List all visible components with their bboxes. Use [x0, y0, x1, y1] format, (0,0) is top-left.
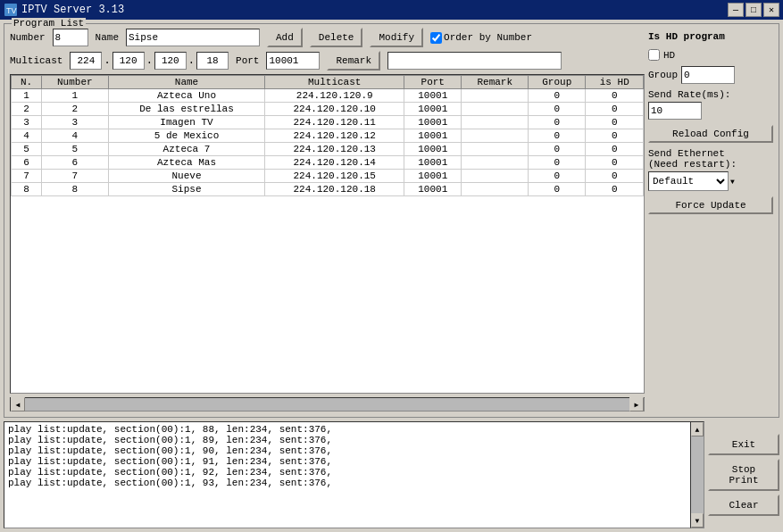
cell-isHD: 0 [586, 170, 644, 183]
cell-port: 10001 [404, 116, 462, 129]
add-button[interactable]: Add [267, 28, 303, 47]
number-input[interactable] [53, 29, 88, 46]
remark-input[interactable] [387, 52, 562, 70]
table-row[interactable]: 445 de Mexico224.120.120.121000100 [12, 129, 644, 143]
col-group: Group [529, 76, 586, 89]
cell-remark [462, 183, 529, 196]
horizontal-scrollbar[interactable]: ◀ ▶ [10, 397, 645, 411]
table-row[interactable]: 33Imagen TV224.120.120.111000100 [12, 116, 644, 129]
group-legend: Program List [12, 18, 86, 29]
col-port: Port [404, 76, 462, 89]
group-input[interactable] [681, 66, 735, 84]
cell-port: 10001 [404, 103, 462, 116]
dot3: . [188, 54, 195, 67]
cell-group: 0 [529, 156, 586, 170]
table-row[interactable]: 11Azteca Uno224.120.120.91000100 [12, 89, 644, 103]
cell-number: 5 [42, 143, 109, 156]
cell-n: 8 [12, 183, 42, 196]
log-scroll-track[interactable] [691, 436, 704, 513]
scroll-right-button[interactable]: ▶ [629, 397, 644, 411]
cell-isHD: 0 [586, 183, 644, 196]
cell-remark [462, 116, 529, 129]
exit-button[interactable]: Exit [708, 434, 779, 455]
multicast-label: Multicast [10, 55, 62, 66]
cell-remark [462, 103, 529, 116]
col-multicast: Multicast [265, 76, 404, 89]
group-row: Group [648, 66, 773, 84]
table-row[interactable]: 66Azteca Mas224.120.120.141000100 [12, 156, 644, 170]
log-scroll-down-button[interactable]: ▼ [691, 513, 704, 528]
table-row[interactable]: 77Nueve224.120.120.151000100 [12, 170, 644, 183]
need-restart-label: (Need restart): [648, 159, 773, 170]
log-scroll-up-button[interactable]: ▲ [691, 422, 704, 436]
order-by-number-checkbox[interactable] [430, 32, 442, 44]
table-row[interactable]: 55Azteca 7224.120.120.131000100 [12, 143, 644, 156]
port-input[interactable] [266, 52, 320, 70]
cell-group: 0 [529, 183, 586, 196]
col-number: Number [42, 76, 109, 89]
col-remark: Remark [462, 76, 529, 89]
cell-n: 5 [12, 143, 42, 156]
stop-print-button[interactable]: Stop Print [708, 459, 779, 491]
cell-multicast: 224.120.120.12 [265, 129, 404, 143]
cell-port: 10001 [404, 143, 462, 156]
cell-group: 0 [529, 116, 586, 129]
send-rate-input[interactable] [648, 102, 702, 120]
remark-button[interactable]: Remark [327, 51, 380, 71]
right-panel: Is HD program HD Group Send Rate(ms): Re… [648, 28, 773, 411]
multicast-seg1[interactable] [70, 52, 102, 70]
cell-isHD: 0 [586, 143, 644, 156]
multicast-seg3[interactable] [154, 52, 187, 70]
port-label: Port [236, 55, 259, 66]
cell-group: 0 [529, 89, 586, 103]
log-scrollbar[interactable]: ▲ ▼ [690, 421, 704, 528]
cell-isHD: 0 [586, 156, 644, 170]
table-container[interactable]: N. Number Name Multicast Port Remark Gro… [10, 74, 645, 394]
table-row[interactable]: 22De las estrellas224.120.120.101000100 [12, 103, 644, 116]
log-line: play list:update, section(00):1, 90, len… [8, 445, 687, 456]
scroll-track[interactable] [25, 398, 629, 411]
cell-multicast: 224.120.120.13 [265, 143, 404, 156]
close-button[interactable]: ✕ [763, 3, 779, 17]
name-input[interactable] [126, 29, 260, 46]
action-buttons: Exit Stop Print Clear [708, 421, 779, 528]
table-row[interactable]: 88Sipse224.120.120.181000100 [12, 183, 644, 196]
cell-name: Imagen TV [108, 116, 265, 129]
cell-number: 8 [42, 183, 109, 196]
multicast-seg4[interactable] [196, 52, 229, 70]
cell-multicast: 224.120.120.18 [265, 183, 404, 196]
hd-checkbox[interactable] [648, 49, 660, 61]
cell-name: 5 de Mexico [108, 129, 265, 143]
multicast-seg2[interactable] [112, 52, 145, 70]
cell-n: 6 [12, 156, 42, 170]
modify-button[interactable]: Modify [370, 28, 423, 47]
group-label: Group [648, 70, 678, 80]
minimize-button[interactable]: — [728, 3, 744, 17]
col-ishd: is HD [586, 76, 644, 89]
svg-text:TV: TV [6, 6, 17, 15]
cell-multicast: 224.120.120.14 [265, 156, 404, 170]
delete-button[interactable]: Delete [310, 28, 363, 47]
form-row-1: Number Name Add Delete Modify Order by N… [10, 28, 645, 47]
window-title: IPTV Server 3.13 [21, 4, 124, 16]
hd-checkbox-row: HD [648, 49, 773, 61]
ethernet-select[interactable]: Default [648, 171, 729, 191]
reload-config-button[interactable]: Reload Config [648, 125, 773, 143]
cell-multicast: 224.120.120.9 [265, 89, 404, 103]
clear-button[interactable]: Clear [708, 495, 779, 516]
col-n: N. [12, 76, 42, 89]
cell-n: 7 [12, 170, 42, 183]
cell-isHD: 0 [586, 116, 644, 129]
dot1: . [104, 54, 110, 67]
form-row-2: Multicast . . . Port Remark [10, 51, 645, 71]
program-table: N. Number Name Multicast Port Remark Gro… [11, 75, 644, 196]
scroll-left-button[interactable]: ◀ [11, 397, 25, 411]
log-line: play list:update, section(00):1, 88, len… [8, 424, 687, 435]
maximize-button[interactable]: □ [746, 3, 762, 17]
cell-remark [462, 143, 529, 156]
cell-name: Azteca Mas [108, 156, 265, 170]
cell-number: 6 [42, 156, 109, 170]
force-update-button[interactable]: Force Update [648, 196, 773, 214]
program-list-group: Program List Number Name Add Delete Modi… [4, 23, 779, 418]
cell-multicast: 224.120.120.10 [265, 103, 404, 116]
